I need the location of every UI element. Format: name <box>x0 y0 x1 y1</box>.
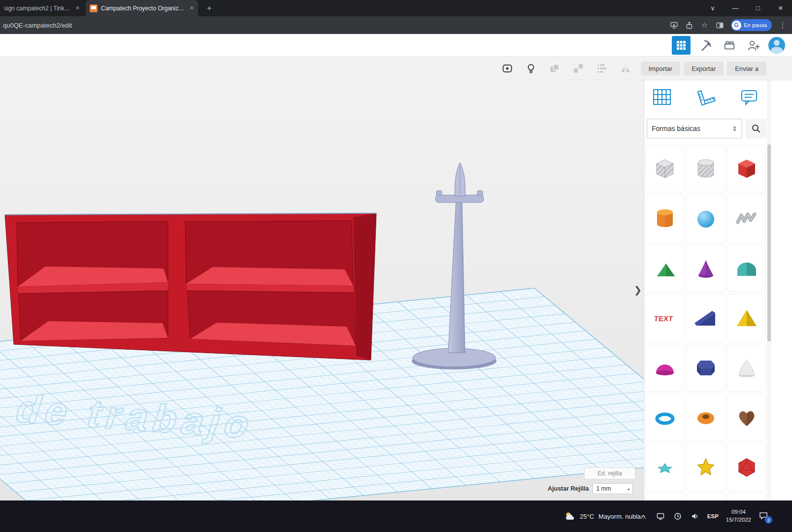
weather-icon <box>564 511 575 521</box>
maximize-button[interactable]: □ <box>747 0 769 16</box>
tab-close-icon[interactable]: ✕ <box>75 5 80 11</box>
workplane-grid-icon[interactable] <box>651 86 673 108</box>
favorite-star-icon[interactable]: ☆ <box>700 21 709 30</box>
3d-scene[interactable]: de trabajo <box>0 80 644 500</box>
edit-grid-button[interactable]: Ed. rejilla <box>584 467 635 479</box>
close-button[interactable]: ✕ <box>769 0 792 16</box>
taskbar-clock[interactable]: 09:04 15/7/2022 <box>726 508 751 524</box>
shape-tile-text[interactable]: TEXT <box>645 294 684 342</box>
send-to-button[interactable]: Enviar a <box>727 62 766 75</box>
display-tray-icon[interactable] <box>656 511 665 521</box>
export-button[interactable]: Exportar <box>684 62 724 75</box>
shape-tile[interactable] <box>727 493 766 500</box>
panel-scrollbar[interactable] <box>767 80 771 500</box>
browser-tab-active[interactable]: Campatech Proyecto Organizado... ✕ <box>86 0 198 16</box>
tab-title: Campatech Proyecto Organizado... <box>101 5 187 12</box>
align-icon[interactable] <box>594 61 609 76</box>
sphere-shape-icon <box>692 205 720 233</box>
shape-tile-box[interactable] <box>727 145 766 193</box>
bookshelf-model[interactable] <box>5 213 376 360</box>
group-icon[interactable] <box>547 61 562 76</box>
snap-grid-control: Ajustar Rejilla 1 mm ▴ <box>548 483 633 494</box>
app-header-actions <box>672 34 785 57</box>
search-icon <box>751 124 761 133</box>
ungroup-icon[interactable] <box>571 61 586 76</box>
user-avatar[interactable] <box>768 37 785 54</box>
toolbar-button-group: Importar Exportar Enviar a <box>641 57 766 80</box>
ruler-icon[interactable] <box>695 86 717 108</box>
hidden-icons-chevron-icon[interactable] <box>638 511 648 521</box>
shape-tile-tube[interactable] <box>686 394 725 441</box>
browser-tab-strip: sign campatech2 | Tinkerca... ✕ Campatec… <box>0 0 792 16</box>
shape-tile-sphere[interactable] <box>686 195 725 242</box>
tab-close-icon[interactable]: ✕ <box>190 5 194 11</box>
mirror-flip-icon[interactable] <box>618 61 633 76</box>
shape-tile-torus[interactable] <box>645 394 684 441</box>
taskbar-time: 09:04 <box>726 508 751 516</box>
browser-profile-button[interactable]: G En pausa <box>731 19 772 31</box>
shape-tile-cone[interactable] <box>686 244 725 292</box>
icosahedron-shape-icon <box>733 454 760 481</box>
weather-widget[interactable]: 25°C Mayorm. nubla... <box>564 500 646 532</box>
language-indicator[interactable]: ESP <box>707 513 719 519</box>
polygon-shape-icon <box>692 354 720 382</box>
windows-taskbar: 25°C Mayorm. nubla... <box>0 500 792 532</box>
shape-tile-box-hole[interactable] <box>645 145 684 193</box>
lego-brick-button[interactable] <box>721 37 738 54</box>
shape-tile[interactable] <box>686 493 725 500</box>
main-area: de trabajo <box>0 80 792 500</box>
cylinder-shape-icon <box>651 205 679 233</box>
show-all-lightbulb-icon[interactable] <box>524 61 538 76</box>
share-icon[interactable] <box>685 21 694 30</box>
shape-tile-cylinder-hole[interactable] <box>686 145 725 193</box>
panel-collapse-chevron-icon[interactable]: ❯ <box>633 283 643 296</box>
shape-tile-polygon[interactable] <box>686 344 725 392</box>
browser-tab-inactive[interactable]: sign campatech2 | Tinkerca... ✕ <box>0 0 84 16</box>
shape-tile-wedge[interactable] <box>686 294 725 342</box>
new-tab-button[interactable]: + <box>204 3 215 14</box>
brick-icon <box>723 39 736 52</box>
shape-search-button[interactable] <box>746 119 766 138</box>
design-toolbar: Importar Exportar Enviar a <box>0 57 792 80</box>
shape-tile-heart[interactable] <box>727 394 766 441</box>
shape-tile-roof[interactable] <box>645 244 684 292</box>
pickaxe-icon <box>699 39 712 52</box>
minimize-button[interactable]: — <box>724 0 747 16</box>
shapes-panel: Formas básicas ⇕ <box>644 80 792 500</box>
shape-tile-half-sphere[interactable] <box>645 344 684 392</box>
box-hole-shape-icon <box>651 155 679 183</box>
install-app-icon[interactable] <box>670 21 679 30</box>
browser-menu-chevron-icon[interactable]: ∨ <box>701 0 724 16</box>
toolbar-icon-group <box>500 57 633 80</box>
volume-icon[interactable] <box>690 511 700 521</box>
text-shape-icon: TEXT <box>651 304 679 332</box>
action-center-button[interactable]: 2 <box>759 510 770 522</box>
shape-tile[interactable] <box>645 493 684 500</box>
browser-menu-dots-icon[interactable]: ⋮ <box>778 21 787 30</box>
url-text[interactable]: qu0QE-campatech2/edit <box>0 22 72 29</box>
shape-tile-pyramid[interactable] <box>727 294 766 342</box>
split-screen-icon[interactable] <box>716 21 725 30</box>
invite-people-button[interactable] <box>745 37 761 54</box>
clock-tray-icon[interactable] <box>673 511 683 521</box>
dashboard-grid-button[interactable] <box>672 36 691 55</box>
shape-tile-star-flat[interactable] <box>645 443 684 491</box>
visibility-icon[interactable] <box>500 61 515 76</box>
half-sphere-shape-icon <box>651 354 679 382</box>
shape-tile-star[interactable] <box>686 443 725 491</box>
star-shape-icon <box>692 454 720 481</box>
import-button[interactable]: Importar <box>641 62 680 75</box>
address-bar[interactable]: qu0QE-campatech2/edit ☆ G En pausa <box>0 16 792 34</box>
shape-tile-round-roof[interactable] <box>727 244 766 292</box>
shape-tile-paraboloid[interactable] <box>727 344 766 392</box>
3d-viewport[interactable]: de trabajo <box>0 80 644 500</box>
shape-tile-scribble[interactable] <box>727 195 766 242</box>
notes-comment-icon[interactable] <box>738 86 760 108</box>
cone-shape-icon <box>692 255 720 282</box>
shape-tile-cylinder[interactable] <box>645 195 684 242</box>
panel-scrollbar-thumb[interactable] <box>767 144 771 341</box>
shape-tile-icosahedron[interactable] <box>727 443 766 491</box>
minecraft-pickaxe-button[interactable] <box>697 37 714 54</box>
snap-grid-select[interactable]: 1 mm ▴ <box>593 483 633 494</box>
shape-category-dropdown[interactable]: Formas básicas ⇕ <box>647 119 742 138</box>
